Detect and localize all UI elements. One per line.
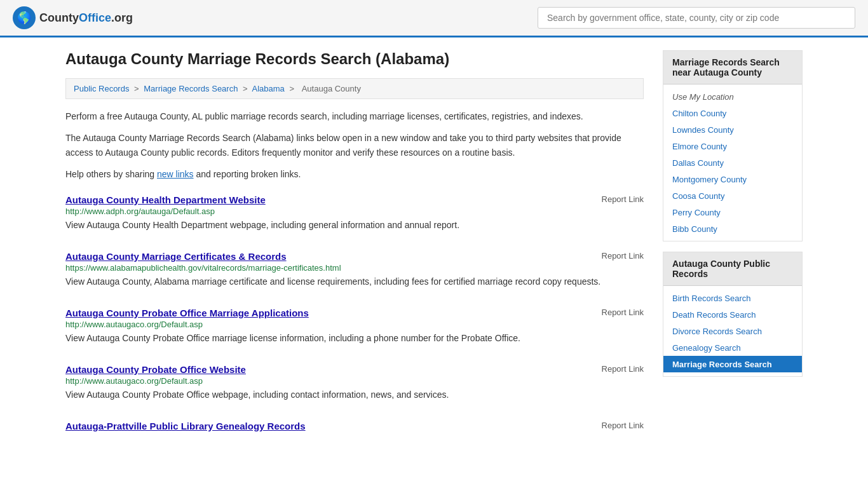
sidebar-item-dallas[interactable]: Dallas County: [663, 154, 802, 171]
sidebar-item-birth[interactable]: Birth Records Search: [663, 290, 802, 306]
sidebar-item-elmore[interactable]: Elmore County: [663, 138, 802, 154]
new-links-link[interactable]: new links: [157, 169, 194, 179]
record-item-5: Autauga-Prattville Public Library Geneal…: [65, 421, 644, 438]
report-link-3[interactable]: Report Link: [602, 308, 644, 317]
logo-text: CountyOffice.org: [39, 11, 133, 25]
sidebar-item-divorce[interactable]: Divorce Records Search: [663, 323, 802, 339]
record-desc-3: View Autauga County Probate Office marri…: [65, 332, 644, 345]
sidebar-item-death[interactable]: Death Records Search: [663, 306, 802, 323]
record-title-3[interactable]: Autauga County Probate Office Marriage A…: [65, 308, 309, 318]
record-desc-1: View Autauga County Health Department we…: [65, 219, 644, 232]
report-link-4[interactable]: Report Link: [602, 364, 644, 374]
main-container: Autauga County Marriage Records Search (…: [53, 37, 815, 451]
record-title-4[interactable]: Autauga County Probate Office Website: [65, 364, 246, 375]
sidebar-item-genealogy[interactable]: Genealogy Search: [663, 339, 802, 356]
record-header-3: Autauga County Probate Office Marriage A…: [65, 308, 644, 318]
use-my-location-link[interactable]: Use My Location: [672, 92, 734, 102]
breadcrumb-alabama[interactable]: Alabama: [252, 84, 285, 93]
record-title-5[interactable]: Autauga-Prattville Public Library Geneal…: [65, 421, 306, 431]
birth-records-link[interactable]: Birth Records Search: [672, 294, 751, 303]
breadcrumb: Public Records > Marriage Records Search…: [65, 78, 644, 99]
death-records-link[interactable]: Death Records Search: [672, 310, 756, 320]
record-url-3: http://www.autaugaco.org/Default.asp: [65, 320, 644, 329]
sidebar-item-coosa[interactable]: Coosa County: [663, 187, 802, 204]
desc-p3: Help others by sharing new links and rep…: [65, 167, 644, 181]
elmore-county-link[interactable]: Elmore County: [672, 142, 727, 151]
description: Perform a free Autauga County, AL public…: [65, 109, 644, 182]
record-item-4: Autauga County Probate Office Website Re…: [65, 364, 644, 408]
content-area: Autauga County Marriage Records Search (…: [65, 50, 644, 438]
record-title-1[interactable]: Autauga County Health Department Website: [65, 194, 266, 205]
breadcrumb-current: Autauga County: [302, 84, 361, 93]
genealogy-search-link[interactable]: Genealogy Search: [672, 343, 741, 353]
nearby-section-title: Marriage Records Search near Autauga Cou…: [663, 51, 802, 85]
public-records-list: Birth Records Search Death Records Searc…: [663, 286, 802, 376]
record-header-2: Autauga County Marriage Certificates & R…: [65, 251, 644, 262]
record-header-5: Autauga-Prattville Public Library Geneal…: [65, 421, 644, 431]
report-link-5[interactable]: Report Link: [602, 421, 644, 430]
desc-p2: The Autauga County Marriage Records Sear…: [65, 131, 644, 159]
record-header-1: Autauga County Health Department Website…: [65, 194, 644, 205]
record-item-3: Autauga County Probate Office Marriage A…: [65, 308, 644, 351]
sidebar-item-chilton[interactable]: Chilton County: [663, 105, 802, 121]
record-title-2[interactable]: Autauga County Marriage Certificates & R…: [65, 251, 287, 262]
sidebar: Marriage Records Search near Autauga Cou…: [663, 50, 803, 438]
coosa-county-link[interactable]: Coosa County: [672, 191, 724, 201]
public-records-section-title: Autauga County Public Records: [663, 252, 802, 286]
nearby-section: Marriage Records Search near Autauga Cou…: [663, 50, 803, 241]
report-link-2[interactable]: Report Link: [602, 251, 644, 261]
page-title: Autauga County Marriage Records Search (…: [65, 50, 644, 68]
sidebar-item-use-location[interactable]: Use My Location: [663, 88, 802, 105]
montgomery-county-link[interactable]: Montgomery County: [672, 175, 747, 184]
desc-p1: Perform a free Autauga County, AL public…: [65, 109, 644, 123]
sidebar-item-perry[interactable]: Perry County: [663, 204, 802, 220]
nearby-list: Use My Location Chilton County Lowndes C…: [663, 85, 802, 241]
record-desc-2: View Autauga County, Alabama marriage ce…: [65, 275, 644, 288]
logo-area: 🌎 CountyOffice.org: [13, 6, 133, 29]
record-header-4: Autauga County Probate Office Website Re…: [65, 364, 644, 375]
public-records-section: Autauga County Public Records Birth Reco…: [663, 252, 803, 377]
marriage-records-link[interactable]: Marriage Records Search: [672, 360, 772, 369]
lowndes-county-link[interactable]: Lowndes County: [672, 125, 734, 135]
record-url-2: https://www.alabamapublichealth.gov/vita…: [65, 263, 644, 273]
record-url-1: http://www.adph.org/autauga/Default.asp: [65, 207, 644, 216]
breadcrumb-public-records[interactable]: Public Records: [74, 84, 129, 93]
record-desc-4: View Autauga County Probate Office webpa…: [65, 388, 644, 402]
perry-county-link[interactable]: Perry County: [672, 208, 721, 217]
logo-icon: 🌎: [13, 6, 36, 29]
chilton-county-link[interactable]: Chilton County: [672, 109, 726, 118]
record-item-2: Autauga County Marriage Certificates & R…: [65, 251, 644, 295]
sidebar-item-montgomery[interactable]: Montgomery County: [663, 171, 802, 187]
header: 🌎 CountyOffice.org: [0, 0, 868, 37]
dallas-county-link[interactable]: Dallas County: [672, 158, 724, 168]
breadcrumb-marriage-records[interactable]: Marriage Records Search: [144, 84, 238, 93]
record-item-1: Autauga County Health Department Website…: [65, 194, 644, 238]
sidebar-item-lowndes[interactable]: Lowndes County: [663, 121, 802, 138]
search-input[interactable]: [538, 7, 855, 29]
sidebar-item-marriage[interactable]: Marriage Records Search: [663, 356, 802, 372]
bibb-county-link[interactable]: Bibb County: [672, 224, 717, 234]
divorce-records-link[interactable]: Divorce Records Search: [672, 327, 762, 336]
record-url-4: http://www.autaugaco.org/Default.asp: [65, 376, 644, 386]
sidebar-item-bibb[interactable]: Bibb County: [663, 220, 802, 237]
report-link-1[interactable]: Report Link: [602, 194, 644, 204]
